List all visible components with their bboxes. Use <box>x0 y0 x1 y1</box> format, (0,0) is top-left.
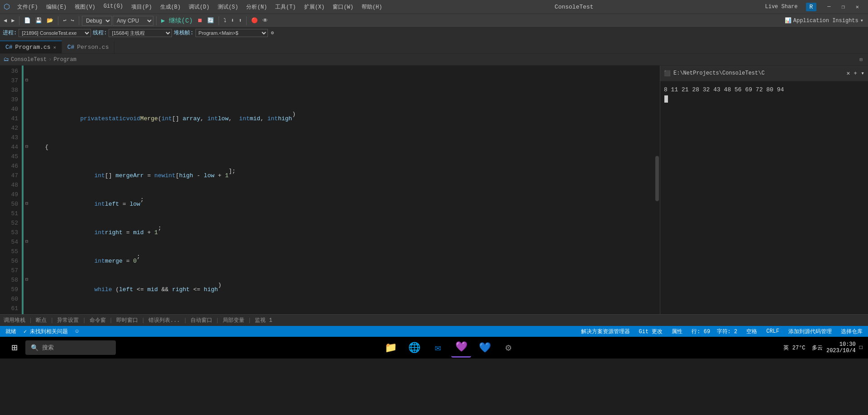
taskbar-language[interactable]: 英 <box>783 344 789 352</box>
app-insights-button[interactable]: 📊 Application Insights ▾ <box>782 16 866 25</box>
taskbar-search[interactable]: 🔍 搜索 <box>25 340 116 355</box>
status-git-branch[interactable]: 就绪 <box>4 328 18 335</box>
breadcrumb-icon: 🗂 <box>4 56 9 63</box>
line-gutter: ⊟ ⊟ ⊟ ⊟ ⊟ <box>22 66 31 314</box>
toolbar-redo[interactable]: ↪ <box>69 16 76 25</box>
menu-help[interactable]: 帮助(H) <box>358 2 386 12</box>
bottom-errors[interactable]: 错误列表... <box>148 316 180 324</box>
scrollbar-thumb[interactable] <box>655 156 659 201</box>
menu-project[interactable]: 项目(P) <box>128 2 156 12</box>
title-bar-center: ConsoleTest <box>555 4 594 10</box>
watch-btn[interactable]: 👁 <box>261 16 270 25</box>
toolbar-open[interactable]: 📂 <box>45 16 55 25</box>
menu-view[interactable]: 视图(V) <box>71 2 99 12</box>
tab-program-cs[interactable]: C# Program.cs ✕ <box>0 41 62 53</box>
tab-label-person: Person.cs <box>77 44 109 51</box>
menu-analyze[interactable]: 分析(N) <box>243 2 271 12</box>
live-share-button[interactable]: Live Share <box>762 3 800 11</box>
collapse-45[interactable]: ⊟ <box>24 141 30 151</box>
taskbar-mail-icon: ✉ <box>435 342 441 354</box>
taskbar-terminal[interactable]: ⚙ <box>498 338 518 358</box>
menu-test[interactable]: 测试(S) <box>214 2 242 12</box>
taskbar-mail[interactable]: ✉ <box>428 338 448 358</box>
bottom-auto[interactable]: 自动窗口 <box>191 316 212 324</box>
app-insights-chevron: ▾ <box>860 17 863 24</box>
location-dropdown[interactable]: Program.<Main>$ <box>196 29 268 37</box>
debug-config-dropdown[interactable]: Debug <box>82 16 112 26</box>
toolbar-save[interactable]: 💾 <box>33 16 44 25</box>
taskbar-edge[interactable]: 🌐 <box>404 338 424 358</box>
row-col[interactable]: 行: 69 字符: 2 <box>690 328 739 335</box>
code-line-41: int right = mid + 1; <box>31 228 654 237</box>
minimize-button[interactable]: — <box>822 2 836 12</box>
editor-scrollbar[interactable] <box>654 66 660 314</box>
thread-dropdown[interactable]: [15684] 主线程 <box>109 29 172 37</box>
code-line-37: private static void Merge(int[] array, i… <box>31 114 654 123</box>
menu-tools[interactable]: 工具(T) <box>272 2 300 12</box>
collapse-49[interactable]: ⊟ <box>24 198 30 208</box>
run-button[interactable]: ▶ 继续(C) <box>159 16 195 26</box>
toolbar-back[interactable]: ◀ <box>2 16 9 25</box>
bottom-locals[interactable]: 局部变量 <box>223 316 244 324</box>
collapse-54[interactable]: ⊟ <box>24 236 30 246</box>
git-changes-btn[interactable]: Git 更改 <box>637 328 665 335</box>
taskbar-vscode[interactable]: 💙 <box>475 338 495 358</box>
user-avatar[interactable]: R <box>806 3 817 11</box>
step-over[interactable]: ⤵ <box>222 16 228 25</box>
terminal-icon: ⬛ <box>664 70 671 77</box>
breakpoint-btn[interactable]: 🔴 <box>249 16 260 25</box>
menu-git[interactable]: Git(G) <box>100 2 127 12</box>
process-dropdown[interactable]: [21896] ConsoleTest.exe <box>19 29 91 37</box>
menu-build[interactable]: 生成(B) <box>157 2 185 12</box>
step-out[interactable]: ⬆ <box>237 16 243 25</box>
debug-settings-btn[interactable]: ⚙ <box>270 29 276 36</box>
tab-close-program[interactable]: ✕ <box>53 45 56 50</box>
restart-button[interactable]: 🔄 <box>205 16 216 25</box>
terminal-close-tab[interactable]: ✕ <box>847 70 850 77</box>
split-editor-btn[interactable]: ⊟ <box>858 56 864 63</box>
platform-dropdown[interactable]: Any CPU <box>113 16 153 26</box>
spaces-btn[interactable]: 空格 <box>744 328 759 335</box>
status-feedback[interactable]: ☺ <box>73 328 80 335</box>
menu-file[interactable]: 文件(F) <box>14 2 42 12</box>
bottom-watch[interactable]: 监视 1 <box>255 316 272 324</box>
menu-extensions[interactable]: 扩展(X) <box>300 2 329 12</box>
taskbar-clock[interactable]: 10:30 2023/10/4 <box>826 341 856 354</box>
taskbar-weather[interactable]: 27°C 多云 <box>792 344 823 352</box>
toolbar-sep-5 <box>219 16 219 25</box>
taskbar-explorer[interactable]: 📁 <box>381 338 401 358</box>
terminal-more-tabs[interactable]: ▾ <box>861 70 864 77</box>
properties-btn[interactable]: 属性 <box>670 328 684 335</box>
close-button[interactable]: ✕ <box>850 2 864 12</box>
restore-button[interactable]: ❐ <box>836 2 850 12</box>
collapse-58[interactable]: ⊟ <box>24 274 30 284</box>
select-repo-btn[interactable]: 选择仓库 <box>839 328 864 335</box>
encoding-btn[interactable]: CRLF <box>764 328 781 335</box>
bottom-breakpoints[interactable]: 断点 <box>36 316 47 324</box>
app-insights-icon: 📊 <box>785 17 792 24</box>
bottom-immediate[interactable]: 即时窗口 <box>116 316 138 324</box>
toolbar-sep-4 <box>156 16 157 25</box>
bottom-cmd[interactable]: 命令窗 <box>90 316 106 324</box>
menu-edit[interactable]: 编辑(E) <box>43 2 71 12</box>
toolbar-forward[interactable]: ▶ <box>10 16 16 25</box>
start-button[interactable]: ⊞ <box>5 339 24 357</box>
menu-debug[interactable]: 调试(D) <box>185 2 213 12</box>
toolbar-new-file[interactable]: 📄 <box>22 16 33 25</box>
toolbar-undo[interactable]: ↩ <box>61 16 68 25</box>
tab-person-cs[interactable]: C# Person.cs <box>62 41 115 53</box>
menu-window[interactable]: 窗口(W) <box>329 2 357 12</box>
status-check-icon: ✓ <box>24 329 27 335</box>
collapse-37[interactable]: ⊟ <box>24 75 30 85</box>
status-no-issues[interactable]: ✓ 未找到相关问题 <box>22 328 70 335</box>
taskbar-vs[interactable]: 💜 <box>451 338 471 358</box>
bottom-call-stack[interactable]: 调用堆栈 <box>4 316 25 324</box>
step-into[interactable]: ⬇ <box>229 16 236 25</box>
taskbar-show-desktop[interactable]: □ <box>859 344 863 351</box>
terminal-add-tab[interactable]: + <box>854 70 857 77</box>
stop-button[interactable]: ⏹ <box>196 16 205 25</box>
add-to-source-btn[interactable]: 添加到源代码管理 <box>787 328 834 335</box>
terminal-tab[interactable]: ⬛ E:\NetProjects\ConsoleTest\C <box>664 70 765 77</box>
solution-explorer-btn[interactable]: 解决方案资源管理器 <box>579 328 632 335</box>
bottom-exceptions[interactable]: 异常设置 <box>57 316 79 324</box>
